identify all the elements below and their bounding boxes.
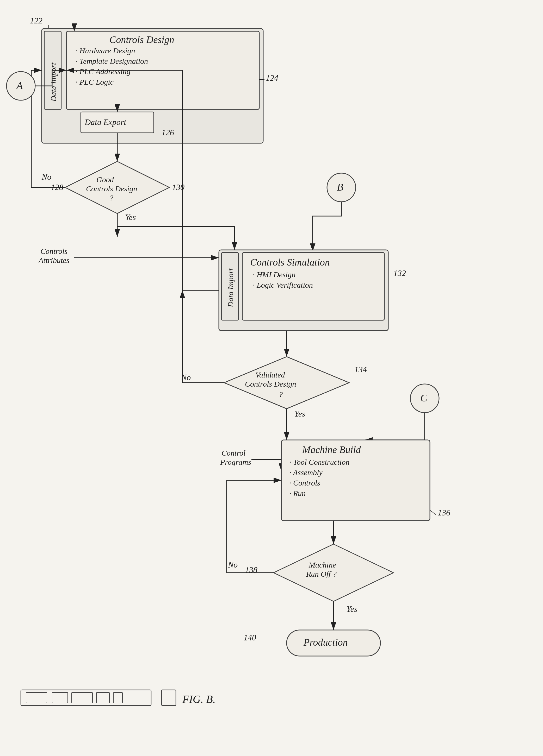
good-controls-text2: Controls Design (86, 184, 137, 193)
c-connector-label: C (420, 392, 428, 404)
ref-140: 140 (243, 633, 256, 642)
controls-design-item4: · PLC Logic (76, 78, 114, 86)
controls-simulation-title: Controls Simulation (250, 257, 330, 268)
controls-attributes-label2: Attributes (38, 256, 69, 264)
ref-124: 124 (266, 73, 278, 83)
machine-build-item3: · Controls (289, 478, 320, 487)
ref-132: 132 (394, 268, 406, 278)
controls-design-item3: · PLC Addressing (76, 67, 130, 76)
data-export-label: Data Export (84, 117, 126, 127)
controls-simulation-item2: · Logic Verification (253, 281, 313, 289)
production-label: Production (303, 637, 348, 648)
validated-text3: ? (279, 390, 283, 399)
a-connector-label: A (16, 80, 23, 91)
controls-design-item1: · Hardware Design (76, 46, 135, 55)
yes-label-2: Yes (295, 409, 306, 418)
controls-design-item2: · Template Designation (76, 57, 148, 65)
controls-attributes-label1: Controls (40, 247, 67, 255)
data-import-2-label: Data Import (226, 268, 235, 307)
control-programs-label1: Control (221, 449, 245, 457)
runoff-text2: Run Off ? (306, 570, 337, 578)
machine-build-item2: · Assembly (289, 468, 323, 477)
yes-label-3: Yes (347, 604, 358, 614)
runoff-text1: Machine (309, 560, 336, 569)
good-controls-text1: Good (96, 175, 114, 184)
ref-138: 138 (245, 565, 257, 575)
control-programs-label2: Programs (220, 458, 251, 466)
diagram-container: 122 Data Import Controls Design · Hardwa… (0, 0, 543, 756)
fig-b-label: FIG. B. (182, 693, 215, 705)
data-import-1-label: Data Import (49, 62, 58, 102)
ref-122: 122 (30, 16, 42, 25)
validated-text2: Controls Design (245, 380, 296, 388)
yes-label-1: Yes (125, 212, 136, 222)
machine-build-item4: · Run (289, 489, 306, 497)
good-controls-text3: ? (109, 193, 113, 202)
ref-134: 134 (354, 365, 367, 374)
b-connector-label: B (337, 181, 343, 193)
machine-build-item1: · Tool Construction (289, 458, 350, 466)
machine-build-title: Machine Build (302, 444, 361, 455)
no-label-1: No (41, 172, 51, 181)
controls-simulation-item1: · HMI Design (253, 270, 296, 279)
ref-136: 136 (438, 508, 450, 517)
ref-126: 126 (161, 128, 174, 137)
no-label-3: No (228, 560, 237, 569)
controls-design-title: Controls Design (109, 34, 174, 45)
validated-text1: Validated (255, 370, 285, 379)
